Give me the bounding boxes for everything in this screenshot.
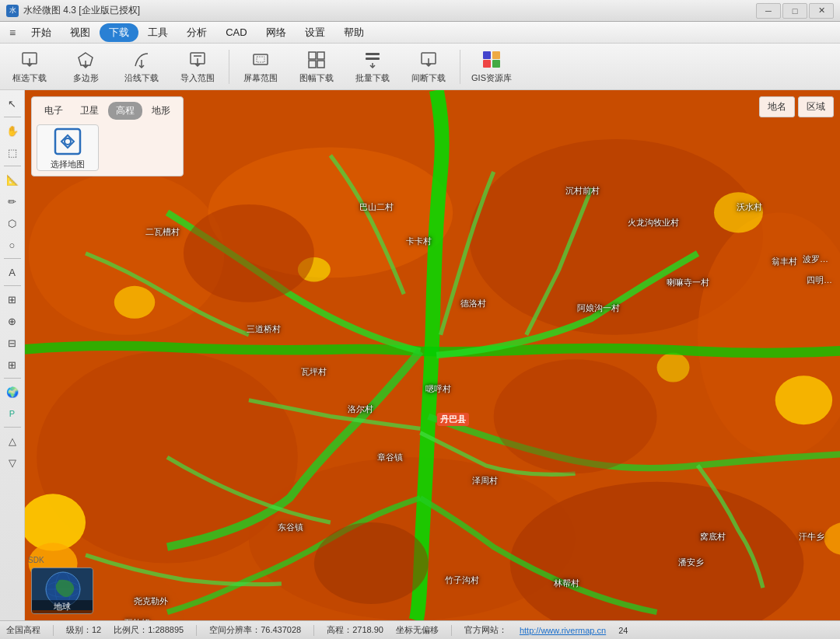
polygon-label: 多边形 [73, 72, 99, 84]
polygon-button[interactable]: 多边形 [59, 46, 112, 88]
sidebar-circle-tool[interactable]: ○ [2, 235, 23, 255]
menu-cad[interactable]: CAD [216, 23, 256, 42]
window-controls[interactable]: ─ □ ✕ [756, 3, 834, 19]
frame-download-button[interactable]: 框选下载 [3, 46, 56, 88]
menu-tools[interactable]: 工具 [138, 23, 177, 42]
tab-dianzi[interactable]: 电子 [37, 102, 71, 120]
svg-rect-46 [55, 129, 80, 154]
svg-rect-9 [257, 57, 264, 62]
globe-label: 地球 [32, 600, 93, 613]
map-icon-area[interactable]: 选择地图 [37, 124, 99, 171]
tab-weixing[interactable]: 卫星 [72, 102, 107, 120]
elevation-label: 高程：2718.90 [327, 624, 383, 636]
import-range-label: 导入范围 [180, 72, 215, 84]
screen-range-label: 屏幕范围 [243, 72, 278, 84]
frame-dl-icon [306, 49, 327, 71]
sidebar-north-tool[interactable]: ⊕ [2, 311, 23, 331]
tab-gaocheng[interactable]: 高程 [108, 102, 142, 120]
place-name-button[interactable]: 地名 [759, 96, 795, 117]
sidebar-zoom-out-tool[interactable]: ▽ [2, 452, 23, 473]
title-bar: 水 水经微图 4.3 [企业版已授权] ─ □ ✕ [0, 0, 840, 22]
app-title: 水经微图 4.3 [企业版已授权] [23, 4, 140, 17]
sidebar-draw-tool[interactable]: ✏ [2, 191, 23, 211]
svg-rect-25 [492, 51, 500, 59]
main-area: ↖ ✋ ⬚ 📐 ✏ ⬡ ○ A ⊞ ⊕ ⊟ ⊞ 🌍 P △ ▽ [0, 90, 840, 620]
import-range-icon [187, 49, 208, 71]
svg-rect-24 [483, 51, 491, 59]
status-sep-1 [53, 625, 54, 636]
sidebar-zoom-in-tool[interactable]: △ [2, 431, 23, 451]
svg-rect-10 [309, 52, 316, 59]
globe-thumbnail[interactable]: 地球 [31, 567, 93, 614]
map-area[interactable]: 电子 卫星 高程 地形 选择地图 地名 区域 丹巴县 章谷镇 泽周村 洛尔村 [25, 90, 840, 620]
sidebar-scale-tool[interactable]: ⊞ [2, 289, 23, 309]
sidebar-area-tool[interactable]: ⬡ [2, 213, 23, 233]
import-range-button[interactable]: 导入范围 [171, 46, 224, 88]
sidebar-select-tool[interactable]: ⬚ [2, 142, 23, 162]
website-url[interactable]: http://www.rivermap.cn [520, 626, 606, 635]
close-button[interactable]: ✕ [809, 3, 834, 19]
menu-bar: ≡ 开始 视图 下载 工具 分析 CAD 网络 设置 帮助 [0, 22, 840, 44]
sidebar-pan-tool[interactable]: ✋ [2, 120, 23, 141]
map-panel: 电子 卫星 高程 地形 选择地图 [31, 96, 184, 176]
sidebar-edit-tool[interactable]: ⊟ [2, 333, 23, 353]
menu-analysis[interactable]: 分析 [177, 23, 216, 42]
region-button[interactable]: 区域 [798, 96, 834, 117]
svg-point-43 [184, 204, 314, 302]
frame-dl-button[interactable]: 图幅下载 [290, 46, 343, 88]
sidebar-text-tool[interactable]: A [2, 262, 23, 282]
status-sep-3 [313, 625, 314, 636]
svg-point-45 [314, 522, 429, 604]
minimize-button[interactable]: ─ [756, 3, 781, 19]
along-line-button[interactable]: 沿线下载 [115, 46, 168, 88]
status-sep-2 [196, 625, 197, 636]
menu-settings[interactable]: 设置 [296, 23, 334, 42]
batch-dl-label: 批量下载 [355, 72, 390, 84]
gis-lib-button[interactable]: GIS资源库 [465, 46, 518, 88]
interval-dl-icon [418, 49, 439, 71]
app-icon: 水 [6, 5, 19, 17]
menu-help[interactable]: 帮助 [334, 23, 373, 42]
polygon-icon [75, 49, 96, 71]
menu-view[interactable]: 视图 [61, 23, 100, 42]
map-select-icon [52, 126, 83, 157]
sidebar-cursor-tool[interactable]: ↖ [2, 93, 23, 113]
status-bar: 全国高程 级别：12 比例尺：1:288895 空间分辨率：76.437028 … [0, 620, 840, 639]
screen-range-button[interactable]: 屏幕范围 [234, 46, 287, 88]
menu-start[interactable]: 开始 [22, 23, 61, 42]
batch-dl-button[interactable]: 批量下载 [346, 46, 399, 88]
gis-lib-icon [481, 49, 502, 71]
map-icon-label: 选择地图 [51, 159, 85, 170]
tab-dixing[interactable]: 地形 [144, 102, 178, 120]
sidebar-sep-6 [4, 427, 21, 428]
scale-label: 比例尺：1:288895 [114, 624, 184, 636]
sidebar-sep-5 [4, 378, 21, 379]
coord-label: 坐标无偏移 [396, 624, 439, 636]
svg-point-40 [775, 375, 832, 424]
sidebar-measure-tool[interactable]: 📐 [2, 169, 23, 190]
svg-point-42 [657, 353, 690, 382]
menu-download[interactable]: 下载 [100, 23, 138, 42]
left-sidebar: ↖ ✋ ⬚ 📐 ✏ ⬡ ○ A ⊞ ⊕ ⊟ ⊞ 🌍 P △ ▽ [0, 90, 25, 620]
frame-download-icon [19, 49, 40, 71]
map-type-tabs: 电子 卫星 高程 地形 [37, 102, 178, 120]
hamburger-menu[interactable]: ≡ [3, 24, 22, 41]
maximize-button[interactable]: □ [782, 3, 807, 19]
interval-dl-button[interactable]: 间断下载 [402, 46, 455, 88]
toolbar: 框选下载 多边形 沿线下载 导入范围 屏幕范围 图幅下载 批量下载 [0, 44, 840, 90]
sidebar-location-tool[interactable]: P [2, 403, 23, 424]
svg-point-47 [65, 138, 71, 145]
sidebar-globe-tool[interactable]: 🌍 [2, 382, 23, 402]
status-sep-4 [451, 625, 452, 636]
website-label: 官方网站： [464, 624, 507, 636]
frame-dl-label: 图幅下载 [299, 72, 334, 84]
sidebar-sep-4 [4, 285, 21, 286]
svg-rect-14 [366, 53, 380, 55]
sidebar-move-tool[interactable]: ⊞ [2, 354, 23, 375]
version-label: 24 [618, 626, 628, 635]
sdk-label: SDK [28, 556, 44, 564]
level-label: 级别：12 [66, 624, 101, 636]
svg-point-39 [714, 192, 763, 232]
menu-network[interactable]: 网络 [257, 23, 296, 42]
svg-point-37 [114, 286, 155, 319]
